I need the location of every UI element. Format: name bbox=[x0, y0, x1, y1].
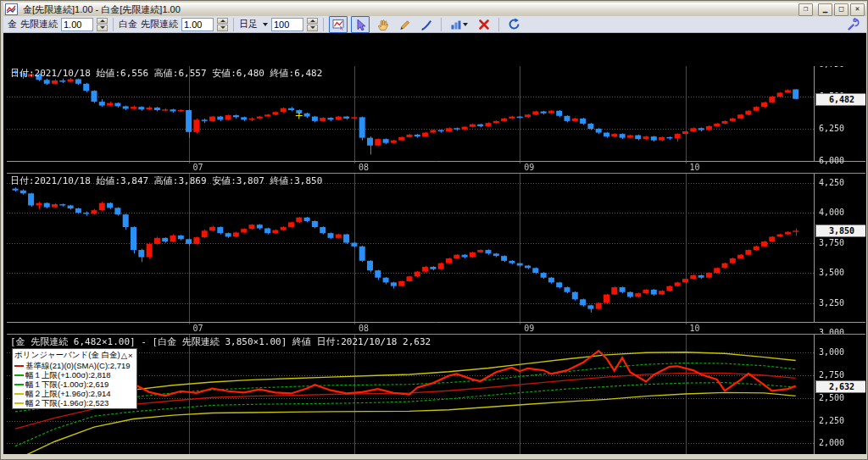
y-axis-label: 3,500 bbox=[819, 268, 844, 277]
settings-button[interactable] bbox=[843, 16, 862, 33]
gold-symbol-label: 金 bbox=[8, 18, 17, 30]
pencil-icon bbox=[398, 19, 410, 30]
legend-swatch bbox=[14, 402, 24, 404]
period-select-label[interactable]: 日足 bbox=[239, 18, 258, 30]
window-bottom-edge bbox=[3, 454, 866, 460]
legend-item: 幅２下限(-1.96σ):2,523 bbox=[14, 398, 135, 407]
toolbar-separator bbox=[323, 18, 324, 31]
refresh-button[interactable] bbox=[504, 16, 523, 33]
y-axis-label: 2,250 bbox=[819, 416, 844, 425]
legend-item: 幅２上限(+1.96σ):2,914 bbox=[14, 389, 135, 398]
y-axis-label: 6,000 bbox=[819, 156, 844, 165]
pointer-tool-button[interactable] bbox=[351, 16, 370, 33]
gold-chart-pane: 日付:2021/10/18 始値:6,556 高値:6,557 安値:6,480… bbox=[7, 66, 865, 173]
y-axis-label: 4,000 bbox=[819, 208, 844, 217]
legend-swatch bbox=[14, 374, 24, 376]
legend-swatch bbox=[14, 393, 24, 395]
remove-chart-tool-button[interactable] bbox=[475, 16, 493, 33]
x-axis-month-label: 09 bbox=[524, 163, 534, 172]
x-axis-month-label: 09 bbox=[524, 324, 534, 333]
chart-application-window: 金[先限連続]1.00 - 白金[先限連続]1.00 ❐ ▁ □ ✕ 金 先限連… bbox=[0, 0, 868, 460]
gold-last-price-badge: 6,482 bbox=[815, 93, 865, 106]
refresh-icon bbox=[508, 18, 520, 30]
chart-cursor-tool-button[interactable] bbox=[329, 16, 348, 33]
indicator-chart-menu-button[interactable] bbox=[447, 16, 471, 33]
pan-hand-tool-button[interactable] bbox=[373, 16, 392, 33]
minimize-button[interactable]: ▁ bbox=[818, 3, 832, 16]
y-axis-label: 2,750 bbox=[819, 370, 844, 380]
indicator-menu-dropdown-icon bbox=[463, 23, 468, 26]
red-x-icon bbox=[478, 19, 490, 30]
platinum-series-label: 先限連続 bbox=[141, 18, 178, 30]
platinum-ohlc-info: 日付:2021/10/18 始値:3,847 高値:3,869 安値:3,807… bbox=[10, 175, 322, 187]
gold-ratio-stepper[interactable] bbox=[97, 18, 108, 31]
gold-ohlc-info: 日付:2021/10/18 始値:6,556 高値:6,557 安値:6,480… bbox=[10, 67, 322, 80]
bar-count-stepper[interactable] bbox=[307, 18, 318, 31]
y-axis-label: 2,000 bbox=[819, 438, 844, 447]
gold-chart-canvas[interactable] bbox=[7, 66, 865, 173]
gold-series-label: 先限連続 bbox=[20, 18, 58, 30]
legend-close-button[interactable]: × bbox=[128, 351, 133, 360]
wrench-icon bbox=[847, 18, 860, 30]
platinum-symbol-label: 白金 bbox=[119, 18, 137, 30]
indicator-legend: ボリンジャーバンド(金 白金) △ × 基準線(21)(0)(SMA)(C):2… bbox=[12, 348, 137, 409]
x-axis-month-label: 07 bbox=[193, 324, 203, 333]
pen-draw-tool-button[interactable] bbox=[417, 16, 436, 33]
y-axis-label: 6,250 bbox=[819, 124, 844, 133]
legend-item: 幅１下限(-1.00σ):2,619 bbox=[14, 380, 135, 389]
toolbar-separator bbox=[441, 18, 442, 31]
window-title: 金[先限連続]1.00 - 白金[先限連続]1.00 bbox=[21, 3, 795, 16]
period-dropdown-icon[interactable] bbox=[263, 23, 268, 26]
close-button[interactable]: ✕ bbox=[850, 3, 865, 16]
chart-area: 日付:2021/10/18 始値:6,556 高値:6,557 安値:6,480… bbox=[3, 33, 866, 454]
x-axis-month-label: 10 bbox=[690, 163, 700, 172]
titlebar[interactable]: 金[先限連続]1.00 - 白金[先限連続]1.00 ❐ ▁ □ ✕ bbox=[3, 3, 866, 16]
legend-item: 基準線(21)(0)(SMA)(C):2,719 bbox=[14, 361, 135, 370]
toolbar-separator bbox=[113, 18, 114, 31]
y-axis-label: 6,750 bbox=[819, 66, 844, 69]
toolbar-separator bbox=[498, 18, 499, 31]
pencil-draw-tool-button[interactable] bbox=[395, 16, 414, 33]
platinum-ratio-stepper[interactable] bbox=[217, 18, 228, 31]
pointer-arrow-icon bbox=[354, 19, 366, 30]
toolbar-separator bbox=[233, 18, 234, 31]
app-chart-icon bbox=[5, 3, 18, 15]
y-axis-label: 3,250 bbox=[819, 298, 844, 308]
legend-collapse-button[interactable]: △ bbox=[121, 351, 127, 360]
platinum-chart-canvas[interactable] bbox=[7, 174, 865, 334]
maximize-button[interactable]: □ bbox=[834, 3, 849, 16]
spread-info: [金 先限連続 6,482×1.00] - [白金 先限連続 3,850×1.0… bbox=[10, 335, 431, 348]
y-axis-label: 4,250 bbox=[819, 178, 844, 187]
duplicate-window-button[interactable]: ❐ bbox=[798, 3, 813, 16]
legend-swatch bbox=[14, 365, 24, 367]
spread-last-price-badge: 2,632 bbox=[815, 380, 865, 393]
legend-swatch bbox=[14, 384, 24, 385]
legend-title: ボリンジャーバンド(金 白金) bbox=[14, 350, 120, 361]
spread-chart-pane: [金 先限連続 6,482×1.00] - [白金 先限連続 3,850×1.0… bbox=[7, 334, 865, 460]
toolbar: 金 先限連続 白金 先限連続 日足 bbox=[3, 16, 866, 33]
y-axis-label: 3,000 bbox=[819, 347, 844, 357]
x-axis-month-label: 10 bbox=[690, 324, 700, 333]
hand-icon bbox=[376, 19, 388, 30]
x-axis-month-label: 08 bbox=[359, 163, 369, 172]
x-axis-month-label: 08 bbox=[359, 324, 369, 333]
chart-cursor-icon bbox=[332, 19, 345, 30]
y-axis-label: 2,500 bbox=[819, 393, 844, 402]
platinum-ratio-input[interactable] bbox=[181, 18, 214, 31]
legend-item: 幅１上限(+1.00σ):2,818 bbox=[14, 370, 135, 380]
pen-icon bbox=[420, 19, 432, 30]
gold-ratio-input[interactable] bbox=[61, 18, 93, 31]
platinum-last-price-badge: 3,850 bbox=[815, 224, 865, 237]
y-axis-label: 3,750 bbox=[819, 238, 844, 247]
bar-count-input[interactable] bbox=[271, 18, 303, 31]
x-axis-month-label: 07 bbox=[193, 163, 203, 172]
platinum-chart-pane: 日付:2021/10/18 始値:3,847 高値:3,869 安値:3,807… bbox=[7, 173, 865, 334]
bar-chart-icon bbox=[450, 19, 462, 30]
y-axis-label: 3,000 bbox=[819, 328, 844, 334]
